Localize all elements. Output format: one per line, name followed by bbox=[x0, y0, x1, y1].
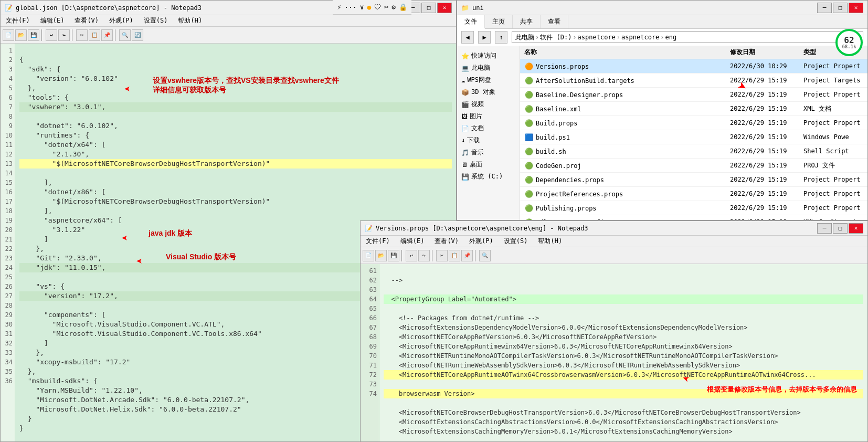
copy-button[interactable]: 📋 bbox=[89, 29, 100, 41]
versions-menu-settings[interactable]: 设置(S) bbox=[501, 236, 531, 247]
versions-new[interactable]: 📄 bbox=[363, 250, 374, 261]
open-file-button[interactable]: 📂 bbox=[15, 29, 27, 41]
find-button[interactable]: 🔍 bbox=[119, 29, 131, 41]
explorer-ribbon-tabs: 文件 主页 共享 查看 bbox=[457, 15, 867, 29]
col-header-name[interactable]: 名称 bbox=[520, 47, 726, 58]
icon-gear: ⚙ bbox=[391, 3, 396, 11]
versions-find[interactable]: 🔍 bbox=[479, 250, 491, 261]
sidebar-item-documents[interactable]: 📄 文档 bbox=[459, 122, 517, 134]
address-bar[interactable]: 此电脑 › 软件 (D:) › aspnetcore › aspnetcore … bbox=[512, 31, 863, 43]
file-row-sdl-config[interactable]: 🟢sdl-tsa-vars.config 2022/6/29 15:19 XML… bbox=[520, 215, 867, 220]
versions-redo[interactable]: ↪ bbox=[418, 250, 430, 261]
file-row-build-props[interactable]: 🟢Build.props 2022/6/29 15:19 Project Pro… bbox=[520, 116, 867, 130]
close-button[interactable]: ✕ bbox=[437, 3, 452, 13]
explorer-body: ⭐ 快速访问 💻 此电脑 ☁ WPS网盘 📦 3D 对象 🎬 视频 🖼 图片 bbox=[457, 46, 867, 220]
versions-code-content[interactable]: --> <PropertyGroup Label="Automated"> <!… bbox=[379, 264, 867, 441]
maximize-button[interactable]: □ bbox=[421, 3, 436, 13]
up-button[interactable]: ↑ bbox=[495, 31, 507, 44]
versions-copy[interactable]: 📋 bbox=[449, 250, 460, 261]
file-type-build-ps1: Windows Powe bbox=[799, 132, 867, 142]
video-icon: 🎬 bbox=[461, 101, 469, 108]
tab-home[interactable]: 主页 bbox=[485, 15, 513, 28]
file-row-dependencies[interactable]: 🟢Dependencies.props 2022/6/29 15:19 Proj… bbox=[520, 173, 867, 187]
vline-64: <!-- Packages from dotnet/runtime --> bbox=[384, 314, 539, 322]
tab-view[interactable]: 查看 bbox=[541, 15, 568, 28]
menu-dots-icon: ··· bbox=[344, 3, 356, 11]
sidebar-item-downloads[interactable]: ⬇ 下载 bbox=[459, 134, 517, 146]
sidebar-item-systemc[interactable]: 💾 系统 (C:) bbox=[459, 171, 517, 183]
tab-share[interactable]: 共享 bbox=[513, 15, 541, 28]
redo-button[interactable]: ↪ bbox=[58, 29, 70, 41]
file-row-codegen[interactable]: 🟢CodeGen.proj 2022/6/29 15:19 PROJ 文件 bbox=[520, 159, 867, 173]
sidebar-item-pictures[interactable]: 🖼 图片 bbox=[459, 110, 517, 122]
address-software-d: 软件 (D:) bbox=[540, 33, 571, 42]
versions-maximize[interactable]: □ bbox=[833, 223, 848, 234]
cut-button[interactable]: ✂ bbox=[76, 29, 88, 41]
menu-view[interactable]: 查看(V) bbox=[71, 15, 102, 26]
menu-help[interactable]: 帮助(H) bbox=[175, 15, 205, 26]
tab-file[interactable]: 文件 bbox=[457, 15, 485, 29]
code-line-20: "Git": "2.33.0", bbox=[19, 254, 102, 262]
forward-button[interactable]: ▶ bbox=[478, 31, 491, 44]
file-date-baseline-xml: 2022/6/29 15:19 bbox=[726, 104, 799, 113]
file-row-publishing[interactable]: 🟢Publishing.props 2022/6/29 15:19 Projec… bbox=[520, 201, 867, 215]
versions-undo[interactable]: ↩ bbox=[406, 250, 417, 261]
file-row-build-sh[interactable]: 🟢build.sh 2022/6/29 15:19 Shell Script bbox=[520, 144, 867, 159]
sidebar-item-thispc[interactable]: 💻 此电脑 bbox=[459, 62, 517, 74]
versions-menu-file[interactable]: 文件(F) bbox=[363, 236, 393, 247]
menu-settings[interactable]: 设置(S) bbox=[141, 15, 171, 26]
versions-menu-appearance[interactable]: 外观(P) bbox=[466, 236, 496, 247]
versions-open[interactable]: 📂 bbox=[375, 250, 387, 261]
icon-scissors: ✂ bbox=[384, 3, 388, 11]
picture-icon: 🖼 bbox=[461, 113, 468, 120]
code-line-17: "3.1.22" bbox=[19, 226, 85, 234]
file-row-projectrefs[interactable]: 🟢ProjectReferences.props 2022/6/29 15:19… bbox=[520, 187, 867, 201]
code-line-33: "Microsoft.DotNet.Arcade.Sdk": "6.0.0-be… bbox=[19, 396, 249, 404]
sidebar-item-wpsdisk[interactable]: ☁ WPS网盘 bbox=[459, 74, 517, 86]
versions-close[interactable]: ✕ bbox=[849, 223, 863, 234]
code-line-7: "dotnet": "6.0.102", bbox=[19, 122, 118, 130]
versions-save[interactable]: 💾 bbox=[388, 250, 399, 261]
sidebar-item-3dobjects[interactable]: 📦 3D 对象 bbox=[459, 86, 517, 98]
versions-cut[interactable]: ✂ bbox=[436, 250, 448, 261]
sidebar-item-music[interactable]: 🎵 音乐 bbox=[459, 146, 517, 159]
file-row-baseline-designer[interactable]: 🟢Baseline.Designer.props 2022/6/29 15:19… bbox=[520, 88, 867, 102]
file-type-dependencies: Project Propert bbox=[799, 175, 867, 184]
menu-file[interactable]: 文件(F) bbox=[3, 15, 33, 26]
versions-menu-view[interactable]: 查看(V) bbox=[431, 236, 462, 247]
menu-appearance[interactable]: 外观(P) bbox=[106, 15, 136, 26]
versions-icon: 📝 bbox=[365, 225, 373, 232]
back-button[interactable]: ◀ bbox=[461, 31, 474, 44]
sidebar-item-videos[interactable]: 🎬 视频 bbox=[459, 98, 517, 110]
music-icon: 🎵 bbox=[461, 149, 469, 156]
new-file-button[interactable]: 📄 bbox=[3, 29, 14, 41]
versions-minimize[interactable]: ─ bbox=[817, 223, 832, 234]
versions-menu-edit[interactable]: 编辑(E) bbox=[397, 236, 428, 247]
col-header-date[interactable]: 修改日期 bbox=[726, 47, 799, 58]
counter-sub: 68.1k bbox=[842, 45, 856, 49]
sidebar-item-desktop[interactable]: 🖥 桌面 bbox=[459, 159, 517, 171]
toolbar-separator-2 bbox=[72, 29, 74, 41]
explorer-close[interactable]: ✕ bbox=[849, 3, 863, 13]
replace-button[interactable]: 🔄 bbox=[132, 29, 143, 41]
undo-button[interactable]: ↩ bbox=[46, 29, 57, 41]
file-icon-targets: 🟢 bbox=[524, 76, 534, 85]
file-icon-build-props: 🟢 bbox=[524, 118, 534, 128]
file-row-aftersolution[interactable]: 🟢AfterSolutionBuild.targets 2022/6/29 15… bbox=[520, 73, 867, 88]
save-file-button[interactable]: 💾 bbox=[28, 29, 39, 41]
file-row-baseline-xml[interactable]: 🟢Baseline.xml 2022/6/29 15:19 XML 文档 bbox=[520, 102, 867, 116]
file-row-build-ps1[interactable]: 🟦build.ps1 2022/6/29 15:19 Windows Powe bbox=[520, 130, 867, 144]
menu-edit[interactable]: 编辑(E) bbox=[37, 15, 68, 26]
versions-sep1 bbox=[401, 250, 404, 261]
versions-menu-help[interactable]: 帮助(H) bbox=[535, 236, 565, 247]
versions-sep2 bbox=[432, 250, 434, 261]
sidebar-wpsdisk-label: WPS网盘 bbox=[467, 76, 491, 85]
versions-paste[interactable]: 📌 bbox=[461, 250, 473, 261]
code-line-24: "components": [ bbox=[19, 311, 105, 319]
sidebar-item-quickaccess[interactable]: ⭐ 快速访问 bbox=[459, 50, 517, 62]
file-row-versions-props[interactable]: 🟠Versions.props 2022/6/30 10:29 Project … bbox=[520, 59, 867, 73]
vline-69: <MicrosoftNETRuntimeWebAssemblySdkVersio… bbox=[384, 362, 740, 369]
explorer-minimize[interactable]: ─ bbox=[817, 3, 832, 13]
explorer-maximize[interactable]: □ bbox=[833, 3, 848, 13]
paste-button[interactable]: 📌 bbox=[101, 29, 113, 41]
